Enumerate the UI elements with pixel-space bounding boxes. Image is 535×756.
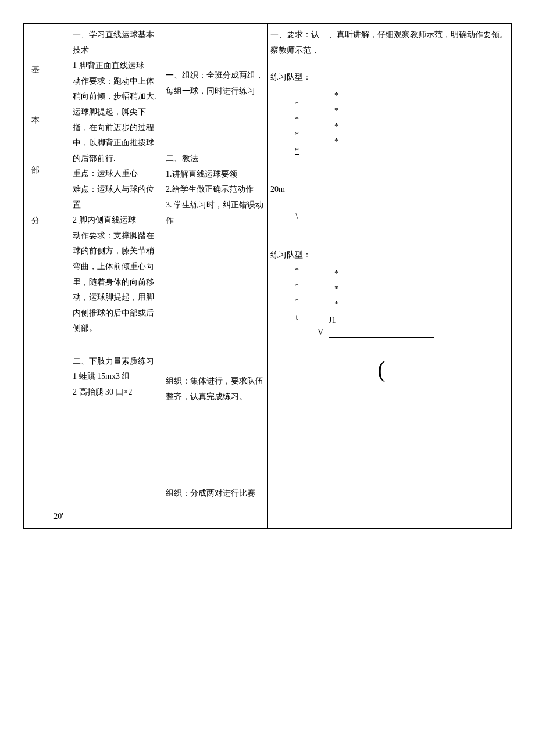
star-c4: * <box>329 134 509 150</box>
star-a1: * <box>270 97 323 113</box>
content-action-req2: 动作要求：支撑脚踏在球的前侧方，膝关节稍弯曲，上体前倾重心向里，随着身体的向前移… <box>73 228 160 336</box>
slash-mark: \ <box>270 209 323 225</box>
content-sub1: 1 脚背正面直线运球 <box>73 58 160 74</box>
star-b3: * <box>270 294 323 310</box>
content-sub2: 2 脚内侧直线运球 <box>73 213 160 228</box>
section-char-4: 分 <box>26 213 44 229</box>
content-key: 重点：运球人重心 <box>73 166 160 182</box>
teaching-org3: 组织：分成两对进行比赛 <box>166 486 265 501</box>
star-b2: * <box>270 279 323 295</box>
requirement-cell-a: 一、要求：认 察教师示范， 练习队型： * * * * 20m \ 练习队型： … <box>268 24 326 529</box>
distance-label: 20m <box>270 182 323 198</box>
star-c2: * <box>329 103 509 119</box>
star-c1: * <box>329 88 509 104</box>
paren-glyph: ( <box>377 347 385 392</box>
requirement-cell-b: 、真听讲解，仔细观察教师示范，明确动作要领。 * * * * * * * J1 … <box>326 24 512 529</box>
star-d2: * <box>329 282 509 298</box>
content-item1: 1 蛙跳 15mx3 组 <box>73 369 160 385</box>
req-line-b: 、真听讲解，仔细观察教师示范，明确动作要领。 <box>329 27 509 43</box>
section-char-2: 本 <box>26 113 44 128</box>
teaching-cell: 一、组织：全班分成两组，每组一球，同时进行练习 二、教法 1.讲解直线运球要领 … <box>163 24 268 529</box>
content-hard: 难点：运球人与球的位置 <box>73 182 160 213</box>
content-cell: 一、学习直线运球基本技术 1 脚背正面直线运球 动作要求：跑动中上体稍向前倾，步… <box>70 24 163 529</box>
teaching-org1: 一、组织：全班分成两组，每组一球，同时进行练习 <box>166 68 265 99</box>
teaching-m1: 1.讲解直线运球要领 <box>166 167 265 182</box>
j1-mark: J1 <box>329 313 509 328</box>
formation-label-1: 练习队型： <box>270 70 323 85</box>
star-c3: * <box>329 119 509 135</box>
req-observe: 察教师示范， <box>270 43 323 59</box>
lesson-plan-table: 基 本 部 分 20' 一、学习直线运球基本技术 1 脚背正面直线运球 动作要求… <box>23 23 512 529</box>
section-label-cell: 基 本 部 分 <box>24 24 47 529</box>
content-title-2: 二、下肢力量素质练习 <box>73 354 160 370</box>
time-cell: 20' <box>47 24 70 529</box>
content-item2: 2 高抬腿 30 口×2 <box>73 385 160 400</box>
content-title-1: 一、学习直线运球基本技术 <box>73 27 160 58</box>
content-action-req: 动作要求：跑动中上体稍向前倾，步幅稍加大. 运球脚提起，脚尖下指，在向前迈步的过… <box>73 74 160 167</box>
formation-label-2: 练习队型： <box>270 248 323 263</box>
diagram-box: ( <box>329 337 434 402</box>
star-a3: * <box>270 128 323 144</box>
section-char-1: 基 <box>26 62 44 78</box>
star-d3: * <box>329 297 509 313</box>
star-a4: * <box>270 144 323 159</box>
v-mark: V <box>270 325 323 341</box>
section-char-3: 部 <box>26 163 44 178</box>
teaching-org2: 组织：集体进行，要求队伍整齐，认真完成练习。 <box>166 374 265 404</box>
time-value: 20' <box>54 512 63 521</box>
teaching-method-title: 二、教法 <box>166 151 265 167</box>
t-mark: t <box>270 310 323 325</box>
req-line-a: 一、要求：认 <box>270 27 323 43</box>
teaching-m2: 2.给学生做正确示范动作 <box>166 182 265 198</box>
teaching-m3: 3. 学生练习时，纠正错误动作 <box>166 198 265 228</box>
star-a2: * <box>270 112 323 128</box>
star-d1: * <box>329 266 509 282</box>
star-b1: * <box>270 263 323 279</box>
